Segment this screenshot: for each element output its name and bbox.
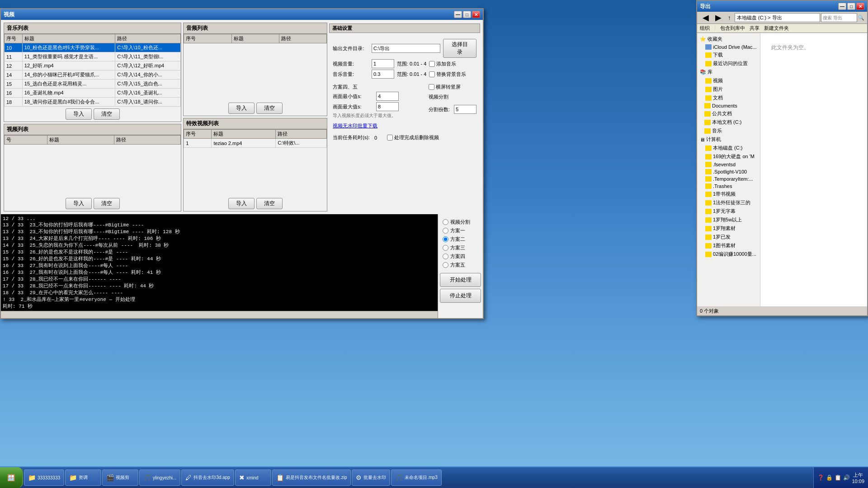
- music-list-row[interactable]: 1111_类型很重要吗 感觉才是主语...C:\导入\11_类型很l...: [5, 52, 181, 61]
- sidebar-icloud[interactable]: iCloud Drive (Mac...: [704, 43, 758, 51]
- taskbar-item-xmind[interactable]: ✖ xmind: [235, 469, 271, 486]
- sidebar-documents[interactable]: 文档: [704, 94, 758, 102]
- sidebar-music[interactable]: 音乐: [699, 127, 758, 135]
- sidebar-pictures[interactable]: 图片: [704, 85, 758, 94]
- split-segments-input[interactable]: [454, 105, 476, 114]
- share-btn[interactable]: 共享: [750, 25, 760, 32]
- sidebar-public-docs[interactable]: 公共文档: [699, 109, 758, 118]
- computer-tree-item[interactable]: 1罗已发: [704, 233, 758, 241]
- sidebar-local-docs[interactable]: 本地文档 (C:): [699, 118, 758, 127]
- computer-tree-item[interactable]: .Trashes: [704, 183, 758, 190]
- audio-import-button[interactable]: 导入: [228, 103, 255, 114]
- explorer-sidebar[interactable]: ⭐ 收藏夹 iCloud Drive (Mac... 下载 最近访问的位置: [697, 33, 760, 306]
- radio-fang-an-1-input[interactable]: [443, 228, 448, 234]
- computer-tree-item[interactable]: 1带书视频: [704, 190, 758, 198]
- computer-tree-item[interactable]: 1法外狂徒张三的: [704, 198, 758, 207]
- radio-fang-an-5[interactable]: 方案五: [443, 262, 478, 268]
- stop-process-button[interactable]: 停止处理: [440, 289, 481, 303]
- console-hscrollbar[interactable]: [1, 311, 438, 318]
- radio-fang-an-3-input[interactable]: [443, 245, 448, 251]
- explorer-main-content[interactable]: 此文件夹为空。: [760, 33, 867, 306]
- taskbar-item-folders[interactable]: 📁 333333333: [24, 469, 64, 486]
- max-width-input[interactable]: [376, 102, 399, 111]
- music-list-row[interactable]: 1212_好听.mp4C:\导入\12_好听.mp4: [5, 61, 181, 70]
- radio-fang-an-4[interactable]: 方案四: [443, 253, 478, 260]
- my-video-list-container[interactable]: 号 标题 路径: [4, 135, 181, 196]
- replace-bg-music-checkbox[interactable]: [429, 71, 435, 77]
- music-list-row[interactable]: 1515_选白色还是水花用精灵...C:\导入\15_选白色...: [5, 80, 181, 89]
- search-input[interactable]: [821, 13, 857, 22]
- forward-button[interactable]: ▶: [712, 13, 724, 23]
- sidebar-videos[interactable]: 视频: [704, 76, 758, 85]
- music-clear-button[interactable]: 清空: [94, 108, 120, 120]
- process-done-checkbox[interactable]: [387, 135, 393, 141]
- landscape-checkbox[interactable]: [429, 84, 434, 90]
- computer-tree-item[interactable]: .Spotlight-V100: [704, 168, 758, 175]
- music-import-button[interactable]: 导入: [66, 108, 92, 120]
- video-import-button[interactable]: 导入: [66, 198, 92, 209]
- radio-fang-an-2-input[interactable]: [443, 236, 448, 242]
- taskbar-item-edit[interactable]: 📁 资调: [65, 469, 101, 486]
- include-library-btn[interactable]: 包含到库中: [720, 25, 745, 32]
- audio-list-container[interactable]: 序号 标题 路径: [184, 34, 327, 101]
- computer-tree-item[interactable]: .fseventsd: [704, 161, 758, 168]
- search-icon[interactable]: 🔍: [858, 15, 864, 21]
- computer-tree-item[interactable]: 1罗翔素材: [704, 224, 758, 233]
- explorer-maximize-button[interactable]: □: [847, 3, 855, 10]
- watermark-link[interactable]: 视频无水印批量下载: [333, 123, 377, 128]
- taskbar-item-video[interactable]: 🎬 视频剪: [102, 469, 138, 486]
- sidebar-libraries[interactable]: 📚 库: [699, 68, 758, 76]
- organize-btn[interactable]: 组织: [700, 25, 710, 32]
- computer-tree-item[interactable]: 169的大硬盘 on 'M: [704, 152, 758, 161]
- add-music-checkbox[interactable]: [429, 61, 435, 67]
- select-dir-button[interactable]: 选择目录: [443, 39, 476, 58]
- landscape-checkbox-label[interactable]: 横屏转竖屏: [429, 84, 476, 90]
- address-bar[interactable]: 本地磁盘 (C:) > 导出: [735, 13, 820, 22]
- start-process-button[interactable]: 开始处理: [440, 273, 481, 287]
- music-list-row[interactable]: 1616_圣诞礼物.mp4C:\导入\16_圣诞礼...: [5, 89, 181, 98]
- explorer-minimize-button[interactable]: —: [838, 3, 846, 10]
- music-list-container[interactable]: 序号 标题 路径 1010_粉色还是黑色#抖大手势穿装...C:\导入\10_粉…: [4, 34, 181, 107]
- sidebar-downloads[interactable]: 下载: [704, 51, 758, 59]
- video-volume-input[interactable]: [372, 59, 394, 68]
- special-video-container[interactable]: 序号 标题 路径 1teziao 2.mp4C:\特效\...: [184, 129, 327, 196]
- computer-tree-item[interactable]: 本地磁盘 (C:): [704, 144, 758, 152]
- music-list-row[interactable]: 1010_粉色还是黑色#抖大手势穿装...C:\导入\10_粉色还...: [5, 43, 181, 52]
- sv-clear-button[interactable]: 清空: [256, 198, 283, 209]
- radio-video-split[interactable]: 视频分割: [443, 219, 478, 225]
- radio-fang-an-4-input[interactable]: [443, 253, 448, 259]
- computer-tree-item[interactable]: .TemporaryItem:...: [704, 175, 758, 183]
- explorer-close-button[interactable]: ✕: [856, 3, 864, 10]
- music-list-row[interactable]: 1414_你的小猫咪已开机#可爱猫爪...C:\导入\14_你的小...: [5, 70, 181, 80]
- sidebar-computer[interactable]: 🖥 计算机: [699, 135, 758, 144]
- music-volume-input[interactable]: [372, 70, 394, 79]
- audio-clear-button[interactable]: 清空: [256, 103, 283, 114]
- sidebar-favorites[interactable]: ⭐ 收藏夹: [699, 35, 758, 43]
- video-clear-button[interactable]: 清空: [94, 198, 120, 209]
- replace-bg-music-label[interactable]: 替换背景音乐: [429, 71, 466, 78]
- minimize-button[interactable]: —: [454, 11, 462, 18]
- radio-fang-an-2[interactable]: 方案二: [443, 236, 478, 243]
- radio-fang-an-1[interactable]: 方案一: [443, 227, 478, 234]
- close-button[interactable]: ✕: [472, 11, 480, 18]
- taskbar-item-draw[interactable]: 🖊 抖音去水印3d.app: [181, 469, 234, 486]
- radio-fang-an-5-input[interactable]: [443, 262, 448, 268]
- maximize-button[interactable]: □: [463, 11, 471, 18]
- computer-tree-item[interactable]: 1图书素材: [704, 241, 758, 250]
- radio-video-split-input[interactable]: [443, 219, 448, 225]
- computer-tree-item[interactable]: 1罗无字幕: [704, 207, 758, 216]
- taskbar-item-music[interactable]: 🎵 ylingyezhi...: [139, 469, 180, 486]
- computer-tree-item[interactable]: 1罗翔5w以上: [704, 216, 758, 224]
- radio-fang-an-3[interactable]: 方案三: [443, 244, 478, 251]
- sv-import-button[interactable]: 导入: [228, 198, 255, 209]
- new-folder-btn[interactable]: 新建文件夹: [764, 25, 789, 32]
- sidebar-documents-folder[interactable]: Documents: [699, 102, 758, 109]
- min-width-input[interactable]: [376, 92, 399, 101]
- taskbar-item-zip[interactable]: 📋 易是抖音发布文件名批量改.zip: [272, 469, 351, 486]
- process-done-label[interactable]: 处理完成后删除视频: [387, 134, 439, 141]
- computer-tree-item[interactable]: 02编识赚10000量...: [704, 250, 758, 258]
- sidebar-recent[interactable]: 最近访问的位置: [704, 59, 758, 68]
- console-output[interactable]: 12 / 33 ... 13 / 33 23_不知你的打招呼后我有哪----#B…: [1, 214, 438, 311]
- taskbar-item-mp3[interactable]: 🎵 未命名项目.mp3: [391, 469, 441, 486]
- back-button[interactable]: ◀: [700, 13, 712, 23]
